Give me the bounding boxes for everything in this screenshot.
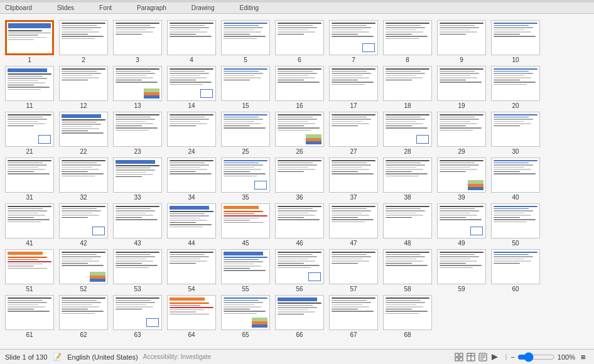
slide-thumb-1[interactable] <box>5 20 54 55</box>
slide-item-47[interactable]: 47 <box>327 203 381 247</box>
slide-item-5[interactable]: 5 <box>219 20 273 63</box>
slide-item-57[interactable]: 57 <box>327 249 381 292</box>
slide-thumb-16[interactable] <box>275 66 324 101</box>
slide-thumb-53[interactable] <box>113 249 162 284</box>
slide-thumb-59[interactable] <box>437 249 486 284</box>
slide-thumb-32[interactable] <box>59 158 108 193</box>
slide-thumb-60[interactable] <box>491 249 540 284</box>
slide-item-18[interactable]: 18 <box>381 66 435 109</box>
slide-item-21[interactable]: 21 <box>3 112 57 155</box>
slide-item-44[interactable]: 44 <box>165 203 219 247</box>
slide-thumb-38[interactable] <box>383 158 432 193</box>
slide-item-12[interactable]: 12 <box>57 66 111 109</box>
slide-thumb-64[interactable] <box>167 295 216 330</box>
slide-item-14[interactable]: 14 <box>165 66 219 109</box>
slide-item-60[interactable]: 60 <box>489 249 543 292</box>
slide-thumb-3[interactable] <box>113 20 162 55</box>
slide-thumb-56[interactable] <box>275 249 324 284</box>
slide-thumb-17[interactable] <box>329 66 378 101</box>
slide-thumb-58[interactable] <box>383 249 432 284</box>
slide-item-65[interactable]: 65 <box>219 295 273 338</box>
slide-item-56[interactable]: 56 <box>273 249 327 292</box>
slide-item-2[interactable]: 2 <box>57 20 111 63</box>
slide-thumb-57[interactable] <box>329 249 378 284</box>
zoom-fit-button[interactable]: ⊞ <box>578 351 589 363</box>
slide-thumb-13[interactable] <box>113 66 162 101</box>
slide-thumb-42[interactable] <box>59 203 108 238</box>
slide-thumb-68[interactable] <box>383 295 432 330</box>
slide-item-37[interactable]: 37 <box>327 158 381 201</box>
slide-thumb-40[interactable] <box>491 158 540 193</box>
slide-item-13[interactable]: 13 <box>111 66 165 109</box>
slide-item-66[interactable]: 66 <box>273 295 327 338</box>
slide-item-16[interactable]: 16 <box>273 66 327 109</box>
slide-thumb-34[interactable] <box>167 158 216 193</box>
slide-thumb-61[interactable] <box>5 295 54 330</box>
slide-item-49[interactable]: 49 <box>435 203 489 247</box>
slide-thumb-10[interactable] <box>491 20 540 55</box>
slide-thumb-22[interactable] <box>59 112 108 147</box>
slide-item-6[interactable]: 6 <box>273 20 327 63</box>
slide-thumb-44[interactable] <box>167 203 216 238</box>
slide-item-31[interactable]: 31 <box>3 158 57 201</box>
slide-item-62[interactable]: 62 <box>57 295 111 338</box>
slide-thumb-12[interactable] <box>59 66 108 101</box>
slide-thumb-52[interactable] <box>59 249 108 284</box>
slide-item-45[interactable]: 45 <box>219 203 273 247</box>
notes-icon[interactable]: 📝 <box>52 352 62 362</box>
slide-item-22[interactable]: 22 <box>57 112 111 155</box>
slide-thumb-24[interactable] <box>167 112 216 147</box>
slideshow-button[interactable] <box>489 351 500 363</box>
slide-thumb-9[interactable] <box>437 20 486 55</box>
slide-item-48[interactable]: 48 <box>381 203 435 247</box>
slide-thumb-2[interactable] <box>59 20 108 55</box>
slide-thumb-28[interactable] <box>383 112 432 147</box>
slide-thumb-62[interactable] <box>59 295 108 330</box>
slide-item-29[interactable]: 29 <box>435 112 489 155</box>
slide-item-38[interactable]: 38 <box>381 158 435 201</box>
slide-item-19[interactable]: 19 <box>435 66 489 109</box>
slide-item-68[interactable]: 68 <box>381 295 435 338</box>
slide-thumb-50[interactable] <box>491 203 540 238</box>
slide-thumb-54[interactable] <box>167 249 216 284</box>
slide-thumb-29[interactable] <box>437 112 486 147</box>
slide-thumb-51[interactable] <box>5 249 54 284</box>
slide-thumb-35[interactable] <box>221 158 270 193</box>
slide-item-8[interactable]: 8 <box>381 20 435 63</box>
slide-thumb-19[interactable] <box>437 66 486 101</box>
slide-item-61[interactable]: 61 <box>3 295 57 338</box>
slide-item-17[interactable]: 17 <box>327 66 381 109</box>
slide-thumb-46[interactable] <box>275 203 324 238</box>
slide-item-39[interactable]: 39 <box>435 158 489 201</box>
slide-thumb-7[interactable] <box>329 20 378 55</box>
slide-thumb-31[interactable] <box>5 158 54 193</box>
slide-item-24[interactable]: 24 <box>165 112 219 155</box>
slide-item-33[interactable]: 33 <box>111 158 165 201</box>
slide-item-64[interactable]: 64 <box>165 295 219 338</box>
slide-item-67[interactable]: 67 <box>327 295 381 338</box>
slide-item-51[interactable]: 51 <box>3 249 57 292</box>
slide-item-7[interactable]: 7 <box>327 20 381 63</box>
slide-item-25[interactable]: 25 <box>219 112 273 155</box>
slide-item-46[interactable]: 46 <box>273 203 327 247</box>
slide-item-15[interactable]: 15 <box>219 66 273 109</box>
slide-thumb-26[interactable] <box>275 112 324 147</box>
slide-item-9[interactable]: 9 <box>435 20 489 63</box>
slide-thumb-41[interactable] <box>5 203 54 238</box>
slide-item-41[interactable]: 41 <box>3 203 57 247</box>
slide-item-55[interactable]: 55 <box>219 249 273 292</box>
slide-sorter-button[interactable] <box>465 351 477 363</box>
slide-item-32[interactable]: 32 <box>57 158 111 201</box>
slide-item-52[interactable]: 52 <box>57 249 111 292</box>
slide-item-63[interactable]: 63 <box>111 295 165 338</box>
slide-thumb-20[interactable] <box>491 66 540 101</box>
slide-thumb-33[interactable] <box>113 158 162 193</box>
slide-thumb-66[interactable] <box>275 295 324 330</box>
zoom-slider[interactable] <box>517 353 555 361</box>
slide-thumb-25[interactable] <box>221 112 270 147</box>
slide-item-20[interactable]: 20 <box>489 66 543 109</box>
slide-item-28[interactable]: 28 <box>381 112 435 155</box>
slide-thumb-43[interactable] <box>113 203 162 238</box>
normal-view-button[interactable] <box>453 351 465 363</box>
slide-item-35[interactable]: 35 <box>219 158 273 201</box>
